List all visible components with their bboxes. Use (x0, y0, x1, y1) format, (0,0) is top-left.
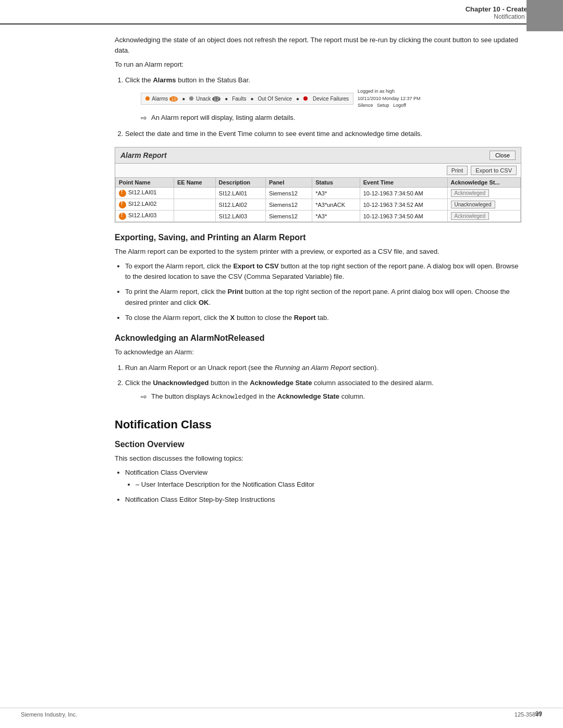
cell-panel: Siemens12 (265, 199, 312, 211)
statusbar-sim: Alarms 10 ● Unack 12 ● Faults ● Out Of S… (141, 93, 353, 105)
print-bold: Print (228, 288, 243, 295)
print-button[interactable]: Print (447, 166, 468, 175)
datetime: 10/11/2010 Monday 12:37 PM (358, 95, 421, 103)
notif-sub-list: – User Interface Description for the Not… (136, 479, 521, 490)
report-bold: Report (294, 314, 316, 322)
logoff-link[interactable]: Logoff (393, 103, 406, 108)
alarms-count: 10 (169, 96, 178, 102)
unacknowledged-bold: Unacknowledged (153, 379, 209, 387)
col-status: Status (312, 178, 360, 188)
cell-event-time: 10-12-1963 7:34:50 AM (360, 211, 447, 222)
export-bullet3: To close the Alarm report, click the X b… (125, 313, 521, 324)
separator4: ● (296, 95, 299, 103)
acknowledging-steps: Run an Alarm Report or an Unack report (… (125, 363, 521, 402)
logged-in: Logged in as high (358, 88, 421, 95)
cell-ack-state: Acknowleged (447, 188, 521, 199)
alarms-indicator: Alarms 10 (145, 95, 178, 103)
step2-text: Select the date and time in the Event Ti… (125, 130, 422, 138)
statusbar-actions: Silence Setup Logoff (358, 102, 421, 109)
step2-item: Select the date and time in the Event Ti… (125, 129, 521, 139)
notif-sub1: – User Interface Description for the Not… (136, 479, 521, 490)
ack-step2: Click the Unacknowledged button in the A… (125, 378, 521, 402)
unack-indicator: Unack 12 (189, 95, 221, 103)
cell-panel: Siemens12 (265, 188, 312, 199)
alarm-report-title: Alarm Report (120, 151, 167, 159)
cell-status: *A3*unACK (312, 199, 360, 211)
silence-link[interactable]: Silence (358, 103, 373, 108)
notification-class-heading: Notification Class (115, 418, 521, 431)
cell-event-time: 10-12-1963 7:34:50 AM (360, 188, 447, 199)
statusbar-sim-container: Alarms 10 ● Unack 12 ● Faults ● Out Of S… (125, 88, 521, 109)
step1-arrow-item: ⇨ An Alarm report will display, listing … (141, 113, 521, 124)
table-header-row: Point Name EE Name Description Panel Sta… (116, 178, 521, 188)
export-bullet1: To export the Alarm report, click the Ex… (125, 261, 521, 283)
alarm-icon (119, 201, 126, 208)
cell-status: *A3* (312, 188, 360, 199)
steps-list: Click the Alarms button in the Status Ba… (125, 75, 521, 139)
cell-ee-name (174, 188, 216, 199)
run-report-label: To run an Alarm report: (115, 59, 521, 70)
table-row: SI12.LAI02SI12.LAI02Siemens12*A3*unACK10… (116, 199, 521, 211)
page-footer: Siemens Industry, Inc. 125-3584T (0, 708, 563, 718)
col-point-name: Point Name (116, 178, 174, 188)
cell-status: *A3* (312, 211, 360, 222)
ack-state-bold2: Acknowledge State (277, 392, 339, 400)
faults-label: Faults (232, 95, 246, 103)
cell-panel: Siemens12 (265, 211, 312, 222)
cell-ee-name (174, 211, 216, 222)
acknowledge-button-disabled: Acknowleged (451, 189, 489, 197)
alarm-table-body: SI12.LAI01SI12.LAI01Siemens12*A3*10-12-1… (116, 188, 521, 222)
col-ee-name: EE Name (174, 178, 216, 188)
export-csv-button[interactable]: Export to CSV (471, 166, 517, 175)
page-header: Chapter 10 - Create/Edit Notification Cl… (0, 0, 563, 24)
acknowledge-state-bold: Acknowledge State (250, 379, 312, 387)
section-overview-intro: This section discusses the following top… (115, 453, 521, 464)
cell-description: SI12.LAI01 (215, 188, 265, 199)
x-bold: X (230, 314, 235, 322)
running-report-link: Running an Alarm Report (275, 364, 351, 372)
cell-ee-name (174, 199, 216, 211)
ack-arrow: ⇨ The button displays Acknowledged in th… (141, 391, 521, 402)
setup-link[interactable]: Setup (377, 103, 389, 108)
cell-point-name: SI12.LAI01 (116, 188, 174, 199)
acknowledge-button-disabled: Acknowleged (451, 212, 489, 220)
company-name: Siemens Industry, Inc. (21, 711, 77, 718)
chapter-tab (527, 0, 563, 31)
export-csv-bold: Export to CSV (233, 262, 278, 270)
step1-suffix: button in the Status Bar. (178, 76, 250, 84)
device-dot (303, 96, 308, 101)
unack-label: Unack (196, 96, 212, 102)
unack-count: 12 (212, 96, 221, 102)
step1-item: Click the Alarms button in the Status Ba… (125, 75, 521, 124)
cell-event-time: 10-12-1963 7:34:52 AM (360, 199, 447, 211)
export-bullet2: To print the Alarm report, click the Pri… (125, 287, 521, 309)
cell-point-name: SI12.LAI02 (116, 199, 174, 211)
unacknowledge-button[interactable]: Unacknowleged (451, 201, 495, 208)
unack-dot (189, 96, 193, 101)
separator1: ● (182, 95, 185, 103)
ack-arrow-icon: ⇨ (141, 391, 147, 402)
page-number: 99 (535, 710, 542, 718)
alarm-icon (119, 213, 126, 220)
ack-step1: Run an Alarm Report or an Unack report (… (125, 363, 521, 373)
close-button[interactable]: Close (489, 151, 516, 160)
cell-description: SI12.LAI02 (215, 199, 265, 211)
notif-bullet2: Notification Class Editor Step-by-Step I… (125, 495, 521, 505)
step1-prefix: Click the (125, 76, 153, 84)
col-description: Description (215, 178, 265, 188)
separator3: ● (250, 95, 253, 103)
cell-point-name: SI12.LAI03 (116, 211, 174, 222)
ok-bold: OK (199, 299, 209, 306)
col-event-time: Event Time (360, 178, 447, 188)
table-row: SI12.LAI01SI12.LAI01Siemens12*A3*10-12-1… (116, 188, 521, 199)
alarm-report-toolbar: Print Export to CSV (115, 164, 521, 177)
acknowledging-heading: Acknowledging an AlarmNotReleased (115, 334, 521, 343)
exporting-intro: The Alarm report can be exported to the … (115, 246, 521, 257)
arrow-icon: ⇨ (141, 113, 147, 124)
statusbar-right: Logged in as high 10/11/2010 Monday 12:3… (358, 88, 421, 109)
alarms-dot (145, 96, 150, 101)
separator2: ● (225, 95, 228, 103)
step1-arrow-text: An Alarm report will display, listing al… (151, 113, 295, 123)
exporting-heading: Exporting, Saving, and Printing an Alarm… (115, 233, 521, 242)
section-overview-heading: Section Overview (115, 440, 521, 449)
